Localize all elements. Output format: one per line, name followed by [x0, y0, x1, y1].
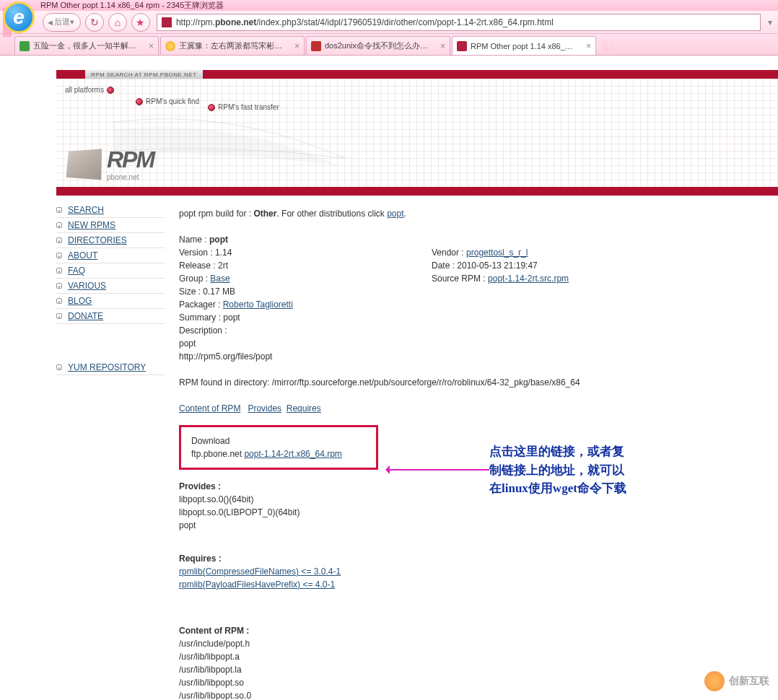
watermark-icon — [704, 671, 725, 691]
heart-icon[interactable]: ♡ — [602, 39, 618, 55]
rpm-logo[interactable]: RPM pbone.net — [65, 146, 154, 181]
requires-title: Requires : — [179, 552, 764, 565]
size-label: Size : 0.17 MB — [179, 285, 764, 298]
site-icon — [162, 17, 172, 27]
site-header: all platforms RPM's quick find RPM's fas… — [56, 79, 778, 187]
window-title: RPM Other popt 1.14 x86_64 rpm - 2345王牌浏… — [40, 0, 224, 11]
group-link[interactable]: Base — [210, 274, 230, 284]
srcrpm-row: Source RPM : popt-1.14-2rt.src.rpm — [432, 272, 569, 285]
list-item: popt — [179, 519, 764, 532]
chevron-down-icon: ▾ — [70, 17, 74, 27]
decor-bar — [56, 187, 778, 196]
sidebar-link[interactable]: DIRECTORIES — [68, 235, 127, 245]
tab-1[interactable]: 五险一金，很多人一知半解… × — [14, 36, 159, 55]
star-icon: ★ — [136, 17, 145, 28]
sidebar-link[interactable]: ABOUT — [68, 250, 97, 261]
date-label: Date : 2010-05-13 21:19:47 — [432, 259, 538, 272]
version-label: Version : 1.14 — [179, 246, 432, 259]
vendor-row: Vendor : progettosl_s_r_l — [432, 246, 528, 259]
decor-bar — [203, 70, 778, 79]
browser-logo — [3, 1, 35, 33]
download-row: ftp.pbone.net popt-1.14-2rt.x86_64.rpm — [191, 447, 366, 460]
box-icon — [66, 149, 102, 180]
sidebar-item-directories[interactable]: ▸DIRECTORIES — [56, 233, 165, 248]
bullet-icon: ▸ — [56, 313, 62, 319]
sidebar-item-faq[interactable]: ▸FAQ — [56, 263, 165, 279]
sidebar-link[interactable]: VARIOUS — [68, 281, 106, 291]
back-label: 后退 — [54, 17, 70, 27]
packager-link[interactable]: Roberto Taglioretti — [223, 299, 293, 310]
sidebar-link[interactable]: NEW RPMS — [68, 220, 115, 230]
red-dot-icon — [107, 87, 114, 94]
header-link-fast-transfer[interactable]: RPM's fast transfer — [208, 103, 279, 111]
srcrpm-link[interactable]: popt-1.14-2rt.src.rpm — [488, 274, 569, 284]
requires-link[interactable]: Requires — [287, 403, 321, 414]
download-link[interactable]: popt-1.14-2rt.x86_64.rpm — [244, 449, 341, 459]
tab-2[interactable]: 王冀豫：左右两派都骂宋彬… × — [160, 36, 305, 55]
download-box: Download ftp.pbone.net popt-1.14-2rt.x86… — [179, 425, 378, 470]
sidebar-link[interactable]: YUM REPOSITORY — [68, 362, 146, 372]
header-link-quick-find[interactable]: RPM's quick find — [136, 97, 199, 105]
red-dot-icon — [136, 98, 143, 105]
tab-bar: 五险一金，很多人一知半解… × 王冀豫：左右两派都骂宋彬… × dos2unix… — [0, 34, 778, 56]
bullet-icon: ▸ — [56, 222, 62, 228]
sidebar-item-donate[interactable]: ▸DONATE — [56, 309, 165, 324]
list-item-link[interactable]: rpmlib(PayloadFilesHavePrefix) <= 4.0-1 — [179, 579, 335, 590]
sidebar-link[interactable]: BLOG — [68, 296, 92, 306]
tab-label: RPM Other popt 1.14 x86_… — [471, 42, 583, 51]
tab-label: dos2unix命令找不到怎么办… — [325, 40, 437, 51]
sidebar-item-blog[interactable]: ▸BLOG — [56, 294, 165, 309]
sidebar-item-yum[interactable]: ▸ YUM REPOSITORY — [56, 360, 165, 375]
close-icon[interactable]: × — [294, 41, 300, 51]
refresh-icon: ↻ — [90, 17, 99, 28]
list-item: /usr/include/popt.h — [179, 637, 764, 650]
name-row: Name : popt — [179, 233, 764, 246]
sidebar-link[interactable]: FAQ — [68, 266, 85, 276]
provides-link[interactable]: Provides — [248, 403, 281, 414]
page-content: RPM SEARCH AT RPM.PBONE.NET all platform… — [0, 56, 778, 700]
close-icon[interactable]: × — [440, 41, 445, 51]
back-button[interactable]: ◄ 后退 ▾ — [43, 13, 81, 32]
description-label: Description : — [179, 324, 764, 337]
list-item: /usr/lib/libpopt.la — [179, 663, 764, 676]
tab-favicon — [311, 41, 321, 51]
list-item: /usr/lib/libpopt.so.0 — [179, 689, 764, 700]
decor-bar — [56, 70, 85, 79]
logo-subtext: pbone.net — [107, 173, 154, 181]
vendor-link[interactable]: progettosl_s_r_l — [466, 248, 528, 258]
popt-link[interactable]: popt — [387, 209, 403, 219]
bullet-icon: ▸ — [56, 253, 62, 258]
sidebar-link[interactable]: DONATE — [68, 311, 103, 321]
close-icon[interactable]: × — [586, 41, 591, 51]
content-link[interactable]: Content of RPM — [179, 403, 240, 414]
favorites-button[interactable]: ★ — [131, 13, 150, 32]
tab-4-active[interactable]: RPM Other popt 1.14 x86_… × — [452, 36, 596, 55]
tab-favicon — [19, 41, 30, 51]
url-dropdown-icon[interactable]: ▾ — [768, 17, 772, 27]
sidebar-item-various[interactable]: ▸VARIOUS — [56, 279, 165, 294]
bullet-icon: ▸ — [56, 237, 62, 243]
main-content: popt rpm build for : Other. For other di… — [165, 196, 778, 700]
address-bar[interactable]: http://rpm.pbone.net/index.php3/stat/4/i… — [157, 14, 761, 31]
list-item: /usr/lib/libpopt.so — [179, 676, 764, 689]
browser-toolbar: ◄ 后退 ▾ ↻ ⌂ ★ http://rpm.pbone.net/index.… — [0, 11, 778, 34]
content-title: Content of RPM : — [179, 624, 764, 637]
refresh-button[interactable]: ↻ — [85, 13, 104, 32]
sidebar-link[interactable]: SEARCH — [68, 205, 104, 215]
tab-3[interactable]: dos2unix命令找不到怎么办… × — [306, 36, 450, 55]
sidebar-item-search[interactable]: ▸SEARCH — [56, 203, 165, 218]
home-button[interactable]: ⌂ — [108, 13, 127, 32]
red-dot-icon — [208, 104, 215, 111]
requires-list: rpmlib(CompressedFileNames) <= 3.0.4-1rp… — [179, 565, 764, 591]
packager-row: Packager : Roberto Taglioretti — [179, 298, 764, 311]
sidebar-item-about[interactable]: ▸ABOUT — [56, 248, 165, 263]
close-icon[interactable]: × — [149, 41, 154, 51]
release-label: Release : 2rt — [179, 259, 432, 272]
sidebar-item-new rpms[interactable]: ▸NEW RPMS — [56, 218, 165, 233]
annotation-arrow: 点击这里的链接，或者复 制链接上的地址，就可以 在linux使用wget命令下载 — [388, 442, 626, 498]
provides-list: libpopt.so.0()(64bit)libpopt.so.0(LIBPOP… — [179, 493, 764, 532]
description-url: http://rpm5.org/files/popt — [179, 350, 764, 363]
list-item-link[interactable]: rpmlib(CompressedFileNames) <= 3.0.4-1 — [179, 566, 341, 577]
header-link-all-platforms[interactable]: all platforms — [65, 86, 114, 94]
annotation-text: 点击这里的链接，或者复 制链接上的地址，就可以 在linux使用wget命令下载 — [489, 442, 626, 498]
